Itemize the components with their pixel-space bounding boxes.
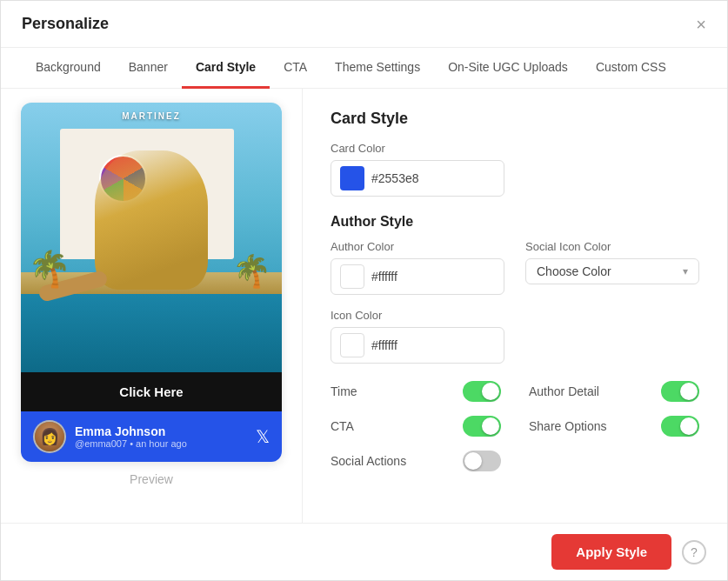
author-color-group: Author Color #ffffff [331,240,504,295]
icon-color-group: Icon Color #ffffff [331,309,699,364]
toggle-cta-knob [482,417,499,435]
toggle-share-options-knob [680,417,698,435]
apply-style-button[interactable]: Apply Style [551,534,671,570]
author-color-field[interactable]: #ffffff [331,258,504,295]
modal-title: Personalize [22,15,109,33]
person-figure [95,150,208,290]
preview-label: Preview [130,472,173,486]
settings-panel: Card Style Card Color #2553e8 Author Sty… [303,89,727,523]
card-color-label: Card Color [331,142,699,155]
help-icon[interactable]: ? [682,540,706,564]
card-cta-bar: Click Here [21,372,282,411]
toggle-share-options-label: Share Options [529,419,607,433]
social-icon-color-select[interactable]: Choose Color ▾ [525,258,699,284]
icon-color-swatch [340,333,364,357]
modal-footer: Apply Style ? [1,523,727,580]
card-color-swatch [340,166,364,190]
content-area: MARTINEZ 🌴 🌴 Click Here 👩 [1,89,727,523]
toggle-cta-label: CTA [331,419,354,433]
tab-cta[interactable]: CTA [270,48,321,89]
preview-panel: MARTINEZ 🌴 🌴 Click Here 👩 [1,89,303,523]
toggles-grid: Time Author Detail CTA [331,381,699,471]
card-author-bar: 👩 Emma Johnson @emma007 • an hour ago 𝕏 [21,411,282,462]
icon-color-label: Icon Color [331,309,699,322]
toggle-time[interactable] [463,381,501,402]
hotel-label: MARTINEZ [21,111,282,121]
author-fields-row: Author Color #ffffff Social Icon Color C… [331,240,699,295]
author-name: Emma Johnson [75,424,247,438]
card-style-title: Card Style [331,110,699,128]
tabs-bar: Background Banner Card Style CTA Theme S… [1,48,727,89]
toggle-time-knob [482,383,499,400]
toggle-row-social-actions: Social Actions [331,451,501,471]
tab-on-site-ugc[interactable]: On-Site UGC Uploads [434,48,582,89]
toggle-time-label: Time [331,384,357,398]
author-color-swatch [340,264,364,289]
toggle-author-detail-label: Author Detail [529,384,599,398]
card-color-group: Card Color #2553e8 [331,142,699,197]
toggle-row-share-options: Share Options [529,416,699,437]
author-info: Emma Johnson @emma007 • an hour ago [75,424,247,449]
author-color-value: #ffffff [371,270,397,284]
toggle-author-detail-knob [680,383,698,400]
card-image: MARTINEZ 🌴 🌴 [21,103,282,372]
palm-right: 🌴 [232,253,271,290]
avatar: 👩 [33,420,66,453]
social-icon-color-label: Social Icon Color [525,240,699,253]
toggle-row-cta: CTA [331,416,501,437]
tab-theme-settings[interactable]: Theme Settings [321,48,434,89]
card-preview: MARTINEZ 🌴 🌴 Click Here 👩 [21,103,282,462]
twitter-icon: 𝕏 [256,426,270,447]
toggle-social-actions[interactable] [463,451,501,471]
author-style-title: Author Style [331,214,699,230]
tab-banner[interactable]: Banner [115,48,182,89]
card-color-field[interactable]: #2553e8 [331,160,504,197]
icon-color-field[interactable]: #ffffff [331,327,504,364]
toggle-social-actions-label: Social Actions [331,454,406,468]
tab-custom-css[interactable]: Custom CSS [582,48,680,89]
social-icon-color-placeholder: Choose Color [537,264,611,278]
social-icon-color-group: Social Icon Color Choose Color ▾ [525,240,699,284]
toggle-row-time: Time [331,381,501,402]
author-color-label: Author Color [331,240,504,253]
close-button[interactable]: × [696,16,706,33]
toggle-cta[interactable] [463,416,501,437]
tab-background[interactable]: Background [22,48,115,89]
toggle-social-actions-knob [464,452,482,470]
tab-card-style[interactable]: Card Style [182,48,270,89]
chevron-down-icon: ▾ [683,265,688,277]
modal-header: Personalize × [1,1,727,48]
toggle-author-detail[interactable] [661,381,699,402]
toggle-share-options[interactable] [661,416,699,437]
icon-color-value: #ffffff [371,338,397,352]
avatar-face: 👩 [35,422,64,451]
card-color-value: #2553e8 [371,171,419,185]
modal-container: Personalize × Background Banner Card Sty… [0,0,728,581]
palm-left: 🌴 [28,249,71,290]
author-handle: @emma007 • an hour ago [75,438,247,449]
card-cta-text: Click Here [119,384,183,399]
toggle-row-author-detail: Author Detail [529,381,699,402]
